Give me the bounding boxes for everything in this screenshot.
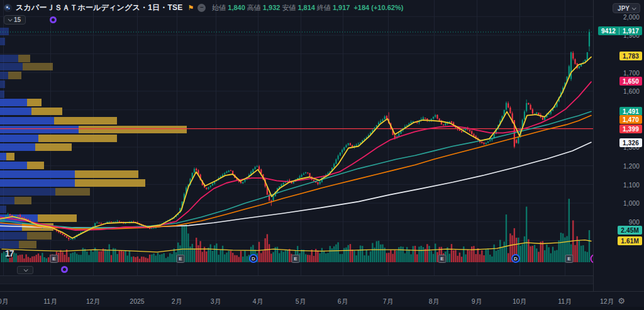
flag-icon[interactable]: ⚑ xyxy=(187,4,194,11)
price-badge: 1,650 xyxy=(619,77,642,86)
gear-icon[interactable]: ⚙ xyxy=(618,296,625,306)
price-badge: 94121,917 xyxy=(598,26,642,35)
high-label: 高値 xyxy=(247,3,261,13)
chevron-down-icon xyxy=(8,17,13,21)
symbol-logo-icon xyxy=(4,4,12,12)
indicator-count: 15 xyxy=(14,16,21,23)
price-badge: 1,470 xyxy=(619,115,642,124)
earnings-marker[interactable]: E xyxy=(50,255,58,263)
high-value: 1,932 xyxy=(263,4,280,11)
price-badge: 1,783 xyxy=(619,52,642,60)
change-value: +184 (+10.62%) xyxy=(353,4,403,11)
time-axis-label: 11月 xyxy=(43,297,57,306)
price-badge: 1,326 xyxy=(619,138,642,147)
price-axis-label: 1,200 xyxy=(623,163,640,170)
hide-legend-icon[interactable]: – xyxy=(197,4,206,12)
time-axis-label: 0月 xyxy=(0,297,8,306)
low-value: 1,814 xyxy=(297,4,315,11)
tradingview-logo[interactable]: 17 xyxy=(5,248,14,258)
chart-plot-area[interactable] xyxy=(0,0,593,291)
price-axis-label: 1,700 xyxy=(623,70,640,77)
price-axis-label: 2,000 xyxy=(623,14,640,21)
earnings-marker[interactable]: E xyxy=(292,255,300,263)
time-axis-label: 3月 xyxy=(211,297,221,306)
axis-bottom-edge xyxy=(0,307,644,310)
ohlc-readout: 始値1,840 高値1,932 安値1,814 終値1,917 +184 (+1… xyxy=(212,3,403,13)
trading-chart-app: スカパーＪＳＡＴホールディングス・1日・TSE ⚑ – 始値1,840 高値1,… xyxy=(0,0,644,310)
loader-ring-icon xyxy=(50,16,57,23)
time-axis-label: 6月 xyxy=(338,297,348,306)
price-axis-label: 1,100 xyxy=(623,182,640,189)
time-axis-label: 11月 xyxy=(558,297,571,306)
price-axis-label: 900 xyxy=(629,219,640,226)
price-axis[interactable]: JPY 2,0001,9001,8001,7001,6001,3001,2001… xyxy=(593,0,644,291)
earnings-marker[interactable]: E xyxy=(565,255,574,263)
time-axis-label: 8月 xyxy=(429,297,439,306)
chevron-down-icon xyxy=(23,267,28,272)
time-axis[interactable]: ⚙ 0月11月12月20252月3月4月5月6月7月8月9月10月11月12月 xyxy=(0,291,644,310)
open-label: 始値 xyxy=(212,3,226,13)
dividend-marker[interactable]: D xyxy=(511,254,520,263)
price-badge: 1,399 xyxy=(619,125,642,133)
collapsed-pane-strip-2 xyxy=(0,284,644,291)
open-value: 1,840 xyxy=(228,4,245,11)
collapsed-pane-strip xyxy=(0,275,644,284)
symbol-title[interactable]: スカパーＪＳＡＴホールディングス・1日・TSE xyxy=(16,3,182,13)
currency-label: JPY xyxy=(618,5,630,12)
low-label: 安値 xyxy=(282,3,296,13)
indicators-collapse-button[interactable]: 15 xyxy=(4,15,26,25)
price-badge: 1,491 xyxy=(619,107,642,116)
price-badge: 1.61M xyxy=(618,236,642,245)
time-axis-label: 4月 xyxy=(253,297,263,306)
time-axis-label: 12月 xyxy=(86,297,100,306)
close-label: 終値 xyxy=(317,3,331,13)
ma-25-line[interactable] xyxy=(0,82,591,230)
time-axis-label: 2月 xyxy=(172,297,182,306)
time-axis-label: 9月 xyxy=(472,297,482,306)
chart-legend: スカパーＪＳＡＴホールディングス・1日・TSE ⚑ – 始値1,840 高値1,… xyxy=(4,3,403,25)
time-axis-label: 7月 xyxy=(383,297,393,306)
time-axis-label: 10月 xyxy=(513,297,526,306)
price-axis-label: 1,000 xyxy=(623,200,640,207)
time-axis-label: 2025 xyxy=(130,297,144,305)
time-axis-label: 12月 xyxy=(600,297,614,306)
earnings-marker[interactable]: E xyxy=(177,255,185,263)
price-badge: 2.45M xyxy=(618,226,642,235)
price-axis-label: 1,600 xyxy=(623,88,640,95)
symbol-row: スカパーＪＳＡＴホールディングス・1日・TSE ⚑ – 始値1,840 高値1,… xyxy=(4,3,403,13)
pane-collapse-button[interactable] xyxy=(17,266,33,274)
time-axis-label: 5月 xyxy=(296,297,306,306)
indicator-row: 15 xyxy=(4,14,403,25)
loader-ring-icon xyxy=(61,266,68,273)
currency-selector[interactable]: JPY xyxy=(613,3,640,13)
chevron-down-icon xyxy=(632,6,636,10)
dividend-marker[interactable]: D xyxy=(249,254,258,263)
earnings-marker[interactable]: E xyxy=(438,255,447,263)
close-value: 1,917 xyxy=(333,4,350,11)
